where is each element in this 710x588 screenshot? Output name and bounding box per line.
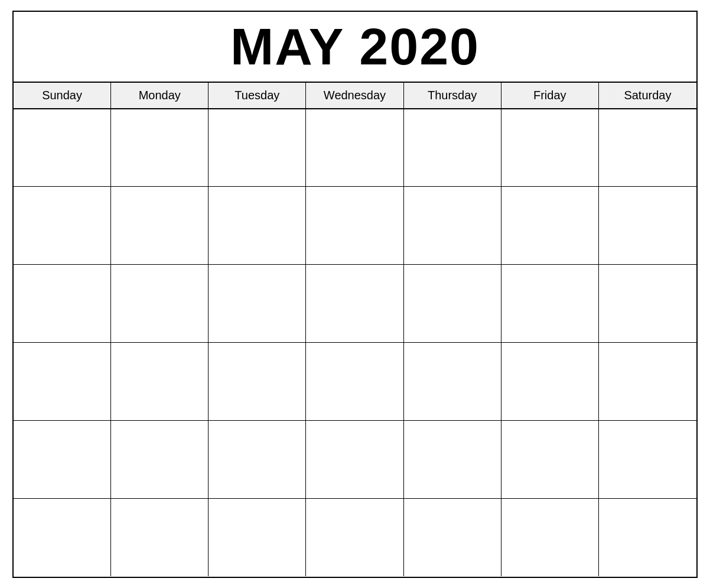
table-row[interactable] (111, 499, 209, 577)
header-tuesday: Tuesday (209, 83, 306, 108)
table-row[interactable] (111, 265, 209, 343)
header-saturday: Saturday (599, 83, 696, 108)
calendar-title: MAY 2020 (230, 17, 480, 77)
table-row[interactable] (14, 265, 111, 343)
table-row[interactable] (501, 421, 599, 499)
table-row[interactable] (209, 499, 306, 577)
table-row[interactable] (599, 499, 696, 577)
table-row[interactable] (111, 109, 209, 187)
table-row[interactable] (404, 421, 501, 499)
calendar-grid (14, 109, 696, 577)
calendar-day-headers: Sunday Monday Tuesday Wednesday Thursday… (14, 83, 696, 109)
table-row[interactable] (209, 343, 306, 421)
header-sunday: Sunday (14, 83, 111, 108)
table-row[interactable] (404, 343, 501, 421)
table-row[interactable] (501, 109, 599, 187)
table-row[interactable] (209, 187, 306, 265)
table-row[interactable] (111, 343, 209, 421)
table-row[interactable] (14, 421, 111, 499)
calendar: MAY 2020 Sunday Monday Tuesday Wednesday… (12, 11, 698, 578)
table-row[interactable] (599, 265, 696, 343)
header-monday: Monday (111, 83, 209, 108)
table-row[interactable] (599, 187, 696, 265)
table-row[interactable] (14, 343, 111, 421)
table-row[interactable] (14, 187, 111, 265)
table-row[interactable] (306, 109, 403, 187)
table-row[interactable] (209, 421, 306, 499)
table-row[interactable] (501, 187, 599, 265)
table-row[interactable] (501, 265, 599, 343)
table-row[interactable] (599, 343, 696, 421)
table-row[interactable] (14, 109, 111, 187)
table-row[interactable] (404, 187, 501, 265)
header-wednesday: Wednesday (306, 83, 403, 108)
table-row[interactable] (306, 421, 403, 499)
table-row[interactable] (306, 499, 403, 577)
header-friday: Friday (501, 83, 599, 108)
table-row[interactable] (404, 265, 501, 343)
table-row[interactable] (209, 265, 306, 343)
table-row[interactable] (111, 421, 209, 499)
calendar-title-section: MAY 2020 (14, 12, 696, 83)
table-row[interactable] (209, 109, 306, 187)
table-row[interactable] (306, 265, 403, 343)
table-row[interactable] (306, 187, 403, 265)
table-row[interactable] (501, 343, 599, 421)
table-row[interactable] (501, 499, 599, 577)
header-thursday: Thursday (404, 83, 501, 108)
table-row[interactable] (14, 499, 111, 577)
table-row[interactable] (111, 187, 209, 265)
table-row[interactable] (306, 343, 403, 421)
table-row[interactable] (404, 109, 501, 187)
table-row[interactable] (599, 421, 696, 499)
table-row[interactable] (404, 499, 501, 577)
table-row[interactable] (599, 109, 696, 187)
